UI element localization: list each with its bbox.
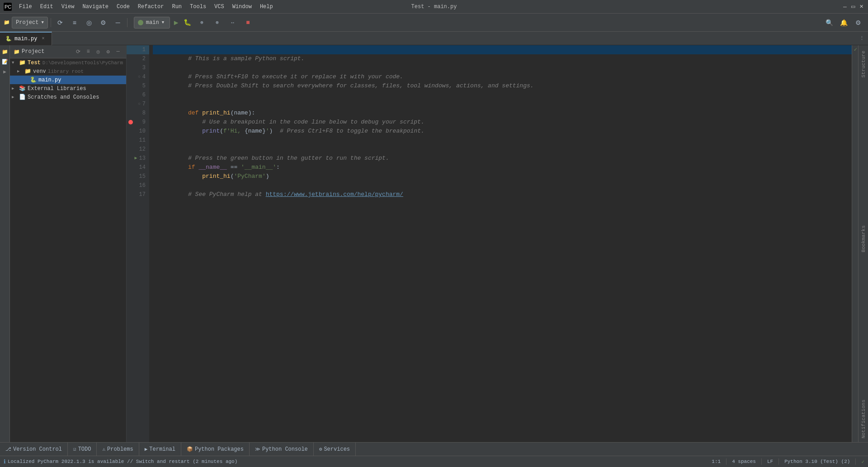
menu-edit[interactable]: Edit [37,3,57,11]
project-dropdown[interactable]: Project ▼ [12,17,48,29]
project-tool-button[interactable]: 📁 [0,47,9,56]
tree-item-scratches[interactable]: ▶ 📄 Scratches and Consoles [10,93,126,101]
menu-tools[interactable]: Tools [186,3,210,11]
tree-item-venv[interactable]: ▶ 📁 venv library root [10,67,126,76]
paren-9: ( [220,128,223,134]
code-editor[interactable]: 1 2 3 ○ 4 5 6 ○ [127,45,858,442]
run-config-icon [138,20,143,25]
tree-label-external-libraries: External Libraries [28,86,86,92]
python-version[interactable]: Python 3.10 (Test) (2) [784,459,850,464]
project-toolbar: ⟳ ≡ ◎ ⚙ ─ [74,47,123,56]
code-line-12[interactable]: # Press the green button in the gutter t… [153,145,852,154]
ide-settings-button[interactable]: ⚙ [852,16,864,29]
line-number: 5 [142,81,146,91]
tab-python-console[interactable]: ≫ Python Console [250,443,314,456]
minimize-button[interactable]: ─ [842,4,848,10]
notifications-button[interactable]: 🔔 [837,16,850,29]
breakpoint-dot[interactable] [128,120,133,124]
project-collapse-btn[interactable]: ≡ [84,47,93,56]
tree-item-test[interactable]: ▼ 📁 Test D:\DevelopmentTools\PyCharm [10,58,126,67]
version-control-icon: ⎇ [5,446,11,452]
folder-icon: 📁 [19,59,26,66]
editor-area: 1 2 3 ○ 4 5 6 ○ [127,45,858,442]
debug-button[interactable]: 🐛 [182,19,193,26]
code-line-16[interactable]: # See PyCharm help at https://www.jetbra… [153,181,852,190]
bookmarks-panel-label[interactable]: Bookmarks [860,222,867,256]
menu-refactor[interactable]: Refactor [134,3,168,11]
code-content[interactable]: # This is a sample Python script. # Pres… [149,45,852,442]
project-tree: ▼ 📁 Test D:\DevelopmentTools\PyCharm ▶ 📁… [10,58,126,442]
tab-version-control[interactable]: ⎇ Version Control [0,443,68,456]
structure-panel-label[interactable]: Structure [860,47,867,81]
menu-navigate[interactable]: Navigate [79,3,112,11]
tree-item-main-py[interactable]: 🐍 main.py [10,76,126,84]
profile-button[interactable]: ⊗ [211,16,223,29]
gutter-line-16: 16 [127,181,149,190]
menu-vcs[interactable]: VCS [211,3,228,11]
collapse-all-button[interactable]: ≡ [68,16,81,29]
tab-options-button[interactable]: ⋮ [855,32,868,45]
line-number: 12 [139,145,146,154]
sync-button[interactable]: ⟳ [54,16,66,29]
concurrency-button[interactable]: ↔ [226,16,239,29]
project-header-icon: 📁 [14,49,20,55]
project-sync-btn[interactable]: ⟳ [74,47,83,56]
fold-icon-def[interactable]: ○ [138,100,140,109]
code-line-1[interactable]: # This is a sample Python script. [153,45,852,54]
line-separator[interactable]: LF [767,459,773,464]
code-line-8[interactable]: # Use a breakpoint in the code line belo… [153,109,852,118]
notifications-panel-label[interactable]: Notifications [860,396,867,442]
status-separator-4 [855,458,856,465]
gutter-line-11: 11 [127,136,149,145]
project-settings-btn[interactable]: ⚙ [104,47,113,56]
menu-view[interactable]: View [58,3,78,11]
menu-window[interactable]: Window [229,3,255,11]
code-line-7[interactable]: def print_hi(name): [153,100,852,109]
tab-services[interactable]: ⚙ Services [314,443,356,456]
maximize-button[interactable]: ▭ [850,4,856,10]
function-name: print_hi [202,110,230,116]
gutter-line-7: ○ 7 [127,100,149,109]
tab-problems[interactable]: ⚠ Problems [97,443,139,456]
version-control-label: Version Control [13,446,62,453]
project-header-label: Project [22,48,44,55]
cursor-position[interactable]: 1:1 [712,459,721,464]
fold-icon[interactable]: ○ [138,72,140,81]
code-line-3[interactable]: # Press Shift+F10 to execute it or repla… [153,63,852,72]
settings-button[interactable]: ⚙ [97,16,110,29]
tab-main-py[interactable]: 🐍 main.py × [0,32,52,45]
dunder-name: __name__ [198,164,226,171]
tab-python-packages[interactable]: 📦 Python Packages [181,443,250,456]
tab-close-button[interactable]: × [40,36,46,42]
code-line-6[interactable] [153,91,852,100]
menu-file[interactable]: File [15,3,36,11]
stop-button[interactable]: ■ [241,16,254,29]
close-button[interactable]: ✕ [858,4,864,10]
commit-tool-button[interactable]: 📝 [0,57,9,66]
project-locate-btn[interactable]: ◎ [94,47,103,56]
chevron-down-icon: ▼ [41,20,43,25]
run-arrow-icon[interactable]: ▶ [135,154,137,163]
hide-panel-button[interactable]: ─ [112,16,124,29]
run-config-dropdown[interactable]: main ▼ [134,17,170,29]
locate-button[interactable]: ◎ [83,16,95,29]
project-hide-btn[interactable]: ─ [113,47,123,56]
ext-lib-icon: 📚 [19,85,26,92]
status-separator [726,458,726,465]
menu-run[interactable]: Run [168,3,185,11]
run-button[interactable]: ▶ [173,18,180,27]
search-everywhere-button[interactable]: 🔍 [823,16,835,29]
menu-code[interactable]: Code [113,3,133,11]
indent-setting[interactable]: 4 spaces [732,459,756,464]
tab-terminal[interactable]: ▶ Terminal [139,443,181,456]
notification-item[interactable]: ℹ Localized PyCharm 2022.1.3 is availabl… [4,458,237,465]
string-main: '__main__' [241,164,276,171]
code-line-11[interactable] [153,136,852,145]
toolbar-separator-1 [51,18,51,27]
coverage-button[interactable]: ⊕ [195,16,208,29]
menu-help[interactable]: Help [256,3,277,11]
run-tool-button[interactable]: ▶ [0,67,9,76]
pycharm-help-link[interactable]: https://www.jetbrains.com/help/pycharm/ [266,191,403,198]
tab-todo[interactable]: ☑ TODO [68,443,97,456]
tree-item-external-libraries[interactable]: ▶ 📚 External Libraries [10,84,126,93]
